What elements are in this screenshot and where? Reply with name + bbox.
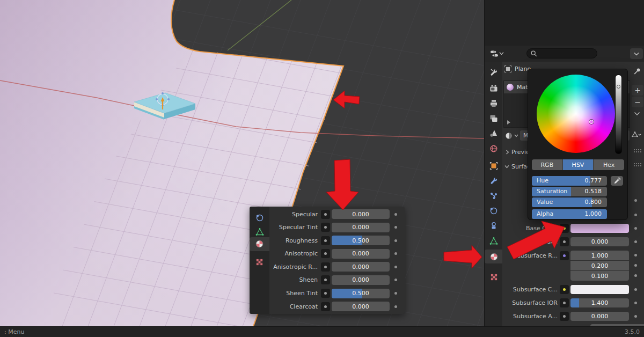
slot-expander-icon[interactable] xyxy=(507,120,510,124)
clearcoat-slider[interactable]: 0.000 xyxy=(332,302,390,311)
anisotropic-rotation-slider[interactable]: 0.000 xyxy=(332,262,390,272)
decorator-dot[interactable] xyxy=(634,264,637,267)
link-material-icon[interactable] xyxy=(631,130,641,139)
add-slot-button[interactable]: + xyxy=(632,85,643,96)
pin-icon[interactable] xyxy=(633,67,641,76)
decorator-dot[interactable] xyxy=(634,240,637,243)
datablock-chevron-icon[interactable] xyxy=(514,134,518,137)
decorator-dot[interactable] xyxy=(634,214,637,216)
radius-z-field[interactable]: 0.100 xyxy=(570,271,629,281)
key-indicator[interactable] xyxy=(560,251,569,260)
decorator-dot[interactable] xyxy=(394,279,397,281)
decorator-dot[interactable] xyxy=(394,266,397,268)
eyedropper-button[interactable] xyxy=(611,176,623,186)
decorator-dot[interactable] xyxy=(394,213,397,216)
value-slider-cursor[interactable] xyxy=(617,85,620,89)
color-picker-popup: RGB HSV Hex Hue0.777 Saturation0.518 Val… xyxy=(528,69,628,220)
tab-view-layer-icon[interactable] xyxy=(488,113,499,124)
tab-scene-icon[interactable] xyxy=(488,128,499,139)
tab-output-icon[interactable] xyxy=(488,98,499,109)
saturation-slider[interactable]: Saturation0.518 xyxy=(532,187,607,196)
tab-texture-icon[interactable] xyxy=(488,272,499,282)
radius-y-field[interactable]: 0.200 xyxy=(570,261,629,270)
decorator-dot[interactable] xyxy=(394,252,397,255)
tab-physics-icon[interactable] xyxy=(488,206,499,216)
key-indicator[interactable] xyxy=(321,302,330,311)
row-subsurface-ior: Subsurface IOR 1.400 xyxy=(504,298,638,307)
tab-material-icon[interactable] xyxy=(255,239,264,248)
tab-tool-icon[interactable] xyxy=(488,67,499,78)
key-indicator[interactable] xyxy=(321,262,330,272)
material-datablock-icon[interactable] xyxy=(504,131,513,140)
radius-x-field[interactable]: 1.000 xyxy=(570,251,629,260)
key-indicator[interactable] xyxy=(321,236,330,245)
row-clearcoat: Clearcoat 0.000 xyxy=(269,302,402,311)
sheen-tint-slider[interactable]: 0.500 xyxy=(332,289,390,298)
key-indicator[interactable] xyxy=(321,289,330,298)
panel-grip-handle[interactable] xyxy=(633,163,641,167)
property-label: Subsurface R... xyxy=(504,252,558,259)
specular-tint-slider[interactable]: 0.000 xyxy=(332,223,390,232)
tab-hex[interactable]: Hex xyxy=(594,159,624,170)
tab-material-icon[interactable] xyxy=(488,251,499,262)
decorator-dot[interactable] xyxy=(634,227,637,230)
tab-rgb[interactable]: RGB xyxy=(532,159,563,170)
subsurface-anisotropy-slider[interactable]: 0.000 xyxy=(570,312,629,321)
color-wheel[interactable] xyxy=(537,75,615,153)
slot-specials-chevron-icon[interactable] xyxy=(634,112,640,116)
search-input[interactable] xyxy=(526,48,597,58)
subsurface-slider[interactable]: 0.000 xyxy=(570,237,629,246)
viewport-canvas[interactable] xyxy=(0,0,484,326)
tab-object-data-icon[interactable] xyxy=(255,227,264,236)
decorator-dot[interactable] xyxy=(394,239,397,242)
tab-modifiers-icon[interactable] xyxy=(488,175,499,186)
sheen-slider[interactable]: 0.000 xyxy=(332,275,390,285)
tab-hsv[interactable]: HSV xyxy=(563,159,594,170)
alpha-slider[interactable]: Alpha1.000 xyxy=(532,209,607,219)
base-color-swatch[interactable] xyxy=(570,224,629,233)
tab-render-icon[interactable] xyxy=(488,83,499,94)
header-options-button[interactable] xyxy=(630,48,643,59)
specular-slider[interactable]: 0.000 xyxy=(332,209,390,219)
decorator-dot[interactable] xyxy=(634,302,637,304)
decorator-dot[interactable] xyxy=(394,226,397,229)
tab-world-icon[interactable] xyxy=(488,143,499,154)
decorator-dot[interactable] xyxy=(634,288,637,291)
subsurface-ior-slider[interactable]: 1.400 xyxy=(570,298,629,307)
breadcrumb[interactable]: Plane xyxy=(504,65,531,73)
decorator-dot[interactable] xyxy=(394,305,397,308)
tab-object-icon[interactable] xyxy=(488,160,499,171)
key-indicator[interactable] xyxy=(321,249,330,258)
key-indicator[interactable] xyxy=(321,210,330,219)
tab-object-data-icon[interactable] xyxy=(488,236,499,246)
color-wheel-cursor[interactable] xyxy=(589,120,594,124)
value-slider-bar[interactable] xyxy=(615,75,622,154)
key-indicator[interactable] xyxy=(560,298,569,307)
roughness-slider[interactable]: 0.500 xyxy=(332,236,390,245)
value-slider[interactable]: Value0.800 xyxy=(532,197,607,207)
decorator-dot[interactable] xyxy=(634,254,637,257)
hue-slider[interactable]: Hue0.777 xyxy=(532,176,607,186)
object-icon xyxy=(504,65,512,73)
anisotropic-slider[interactable]: 0.000 xyxy=(332,249,390,259)
decorator-dot[interactable] xyxy=(634,315,637,318)
key-indicator[interactable] xyxy=(321,223,330,232)
decorator-dot[interactable] xyxy=(634,274,637,277)
panel-grip-handle[interactable] xyxy=(633,149,641,153)
key-indicator[interactable] xyxy=(321,275,330,284)
key-indicator[interactable] xyxy=(560,237,569,246)
editor-type-chevron-icon[interactable] xyxy=(499,52,504,55)
decorator-dot[interactable] xyxy=(394,292,397,295)
row-subsurface: Subsurface 0.000 xyxy=(504,237,638,246)
key-indicator[interactable] xyxy=(560,285,569,294)
subsurface-color-swatch[interactable] xyxy=(570,285,629,294)
key-indicator[interactable] xyxy=(560,312,569,321)
tab-particles-icon[interactable] xyxy=(488,191,499,201)
key-indicator[interactable] xyxy=(560,224,569,233)
editor-type-icon[interactable] xyxy=(490,49,499,58)
remove-slot-button[interactable]: − xyxy=(632,97,643,107)
decorator-dot[interactable] xyxy=(634,199,637,202)
tab-physics-icon[interactable] xyxy=(255,213,264,222)
tab-texture-icon[interactable] xyxy=(255,258,264,267)
tab-constraints-icon[interactable] xyxy=(488,221,499,231)
